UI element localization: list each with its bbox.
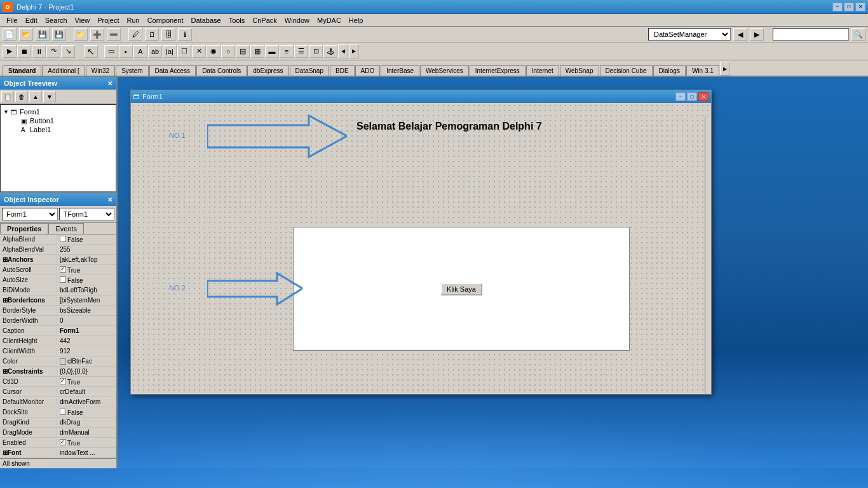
tab-data-access[interactable]: Data Access: [149, 65, 196, 76]
form-close-btn[interactable]: ✕: [698, 92, 709, 101]
tab-internet[interactable]: Internet: [526, 65, 559, 76]
comp-btn-3[interactable]: A: [133, 45, 147, 58]
step-over-button[interactable]: ↷: [46, 45, 60, 58]
tab-win31[interactable]: Win 3.1: [686, 65, 719, 76]
dataset-next[interactable]: ▶: [750, 28, 764, 41]
palette-tab-scroll-right[interactable]: ▶: [720, 62, 730, 76]
comp-btn-15[interactable]: ⊡: [309, 45, 323, 58]
tab-properties[interactable]: Properties: [0, 223, 48, 234]
tab-internetexpress[interactable]: InternetExpress: [470, 65, 526, 76]
comp-btn-13[interactable]: ≡: [280, 45, 294, 58]
remove-file-button[interactable]: ➖: [107, 28, 121, 41]
menu-database[interactable]: Database: [187, 15, 225, 25]
prop-autoscroll[interactable]: AutoScroll True: [0, 265, 116, 275]
search-button[interactable]: 🔍: [851, 28, 865, 41]
comp-btn-5[interactable]: |a|: [163, 45, 177, 58]
menu-help[interactable]: Help: [345, 15, 367, 25]
tab-decision-cube[interactable]: Decision Cube: [600, 65, 653, 76]
prop-bordericons[interactable]: ⊞BorderIcons [biSystemMen: [0, 295, 116, 306]
tab-datasnap[interactable]: DataSnap: [290, 65, 329, 76]
comp-btn-11[interactable]: ▦: [250, 45, 264, 58]
prop-clientwidth[interactable]: ClientWidth 912: [0, 346, 116, 356]
tab-data-controls[interactable]: Data Controls: [196, 65, 247, 76]
toggle-form-button[interactable]: 🖊: [128, 28, 142, 41]
minimize-button[interactable]: −: [832, 3, 843, 11]
tab-standard[interactable]: Standard: [3, 65, 41, 76]
menu-edit[interactable]: Edit: [22, 15, 41, 25]
comp-btn-7[interactable]: ✕: [192, 45, 206, 58]
tree-up-btn[interactable]: ▲: [29, 91, 42, 102]
tab-system[interactable]: System: [116, 65, 148, 76]
comp-btn-2[interactable]: ▪: [119, 45, 133, 58]
comp-btn-14[interactable]: ☰: [294, 45, 308, 58]
menu-window[interactable]: Window: [281, 15, 313, 25]
prop-enabled[interactable]: Enabled True: [0, 438, 116, 448]
form-content[interactable]: NO.1 Selamat Belajar Pemograman Delphi 7…: [131, 103, 711, 394]
comp-btn-10[interactable]: ▤: [236, 45, 250, 58]
info-button[interactable]: ℹ: [178, 28, 192, 41]
tree-item-button1[interactable]: ▣ Button1: [3, 116, 113, 125]
menu-cnpack[interactable]: CnPack: [248, 15, 281, 25]
comp-btn-6[interactable]: ☐: [177, 45, 191, 58]
dataset-combo[interactable]: DataSetManager: [648, 28, 731, 41]
search-input[interactable]: [773, 28, 849, 41]
tab-ado[interactable]: ADO: [355, 65, 381, 76]
menu-tools[interactable]: Tools: [225, 15, 249, 25]
open-button[interactable]: 📂: [19, 28, 33, 41]
tree-item-label1[interactable]: A Label1: [3, 125, 113, 134]
palette-scroll-left[interactable]: ◀: [338, 44, 348, 58]
comp-btn-1[interactable]: ▭: [104, 45, 118, 58]
tab-additional[interactable]: Additional [: [42, 65, 85, 76]
tab-bde[interactable]: BDE: [330, 65, 355, 76]
new-form-button[interactable]: 🗄: [161, 28, 175, 41]
form-restore-btn[interactable]: □: [687, 92, 697, 101]
tab-dialogs[interactable]: Dialogs: [653, 65, 686, 76]
dataset-prev[interactable]: ◀: [733, 28, 747, 41]
tab-interbase[interactable]: InterBase: [381, 65, 419, 76]
comp-btn-16[interactable]: 🕹: [323, 45, 337, 58]
save-button[interactable]: 💾: [36, 28, 50, 41]
prop-anchors[interactable]: ⊞Anchors [akLeft,akTop: [0, 255, 116, 265]
tab-websnap[interactable]: WebSnap: [560, 65, 599, 76]
prop-cursor[interactable]: Cursor crDefault: [0, 387, 116, 397]
menu-run[interactable]: Run: [123, 15, 143, 25]
prop-font[interactable]: ⊞Font indowText ...: [0, 448, 116, 458]
prop-caption[interactable]: Caption Form1: [0, 326, 116, 336]
close-button[interactable]: ✕: [855, 3, 865, 11]
new-button[interactable]: 📄: [3, 28, 17, 41]
comp-btn-12[interactable]: ▬: [265, 45, 279, 58]
tree-add-btn[interactable]: 📋: [1, 91, 14, 102]
tree-item-form1[interactable]: ▼ 🗔 Form1: [3, 107, 113, 116]
run-button[interactable]: ▶: [3, 45, 17, 58]
prop-borderwidth[interactable]: BorderWidth 0: [0, 316, 116, 326]
tree-delete-btn[interactable]: 🗑: [15, 91, 28, 102]
prop-dragmode[interactable]: DragMode dmManual: [0, 428, 116, 438]
tree-down-btn[interactable]: ▼: [43, 91, 56, 102]
tab-dbexpress[interactable]: dbExpress: [247, 65, 288, 76]
prop-alphablenval[interactable]: AlphaBlendVal 255: [0, 245, 116, 255]
form-minimize-btn[interactable]: −: [675, 92, 686, 101]
prop-color[interactable]: Color clBtnFac: [0, 356, 116, 367]
tab-webservices[interactable]: WebServices: [420, 65, 469, 76]
view-unit-button[interactable]: 🗒: [145, 28, 159, 41]
prop-ctl3d[interactable]: Ctl3D True: [0, 377, 116, 387]
palette-scroll-right[interactable]: ▶: [349, 44, 359, 58]
prop-alphablend[interactable]: AlphaBlend False: [0, 234, 116, 245]
menu-view[interactable]: View: [71, 15, 94, 25]
tab-win32[interactable]: Win32: [86, 65, 115, 76]
comp-btn-4[interactable]: ab: [148, 45, 162, 58]
object-selector-combo[interactable]: Form1: [2, 208, 58, 220]
prop-autosize[interactable]: AutoSize False: [0, 275, 116, 285]
step-into-button[interactable]: ↘: [61, 45, 75, 58]
save-all-button[interactable]: 💾: [52, 28, 66, 41]
type-selector-combo[interactable]: TForm1: [59, 208, 115, 220]
maximize-button[interactable]: □: [844, 3, 854, 11]
inspector-close[interactable]: ✕: [107, 196, 112, 203]
stop-button[interactable]: ⏹: [17, 45, 31, 58]
prop-constraints[interactable]: ⊞Constraints {0,0},{0,0}: [0, 367, 116, 377]
tab-events[interactable]: Events: [48, 223, 84, 234]
menu-project[interactable]: Project: [93, 15, 123, 25]
prop-dragkind[interactable]: DragKind dkDrag: [0, 417, 116, 428]
comp-btn-9[interactable]: ○: [221, 45, 235, 58]
add-file-button[interactable]: ➕: [90, 28, 104, 41]
